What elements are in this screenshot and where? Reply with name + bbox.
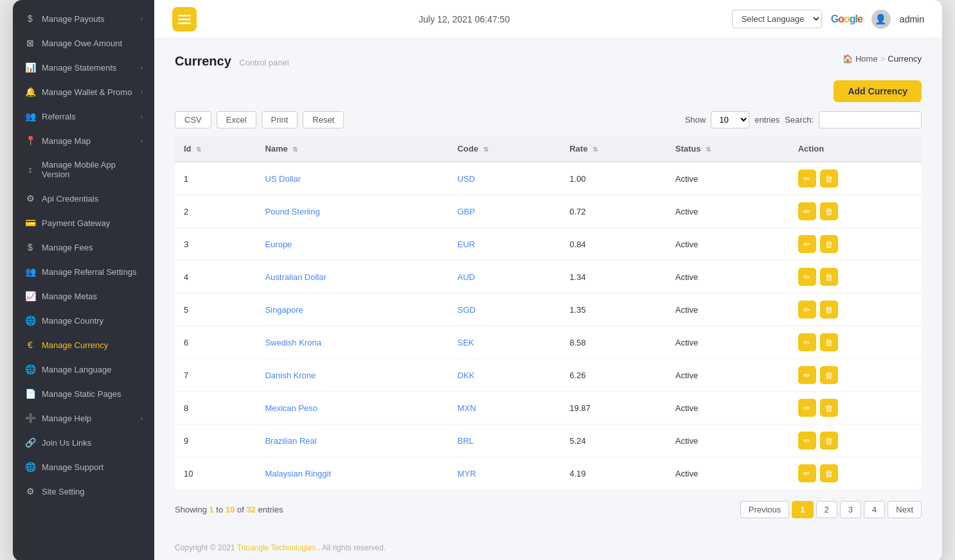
- cell-rate: 8.58: [560, 326, 666, 359]
- delete-button[interactable]: 🗑: [820, 202, 838, 220]
- delete-button[interactable]: 🗑: [820, 366, 838, 384]
- delete-button[interactable]: 🗑: [820, 464, 838, 482]
- svg-rect-2: [178, 22, 191, 24]
- sidebar-label-manage-referral-settings: Manage Referral Settings: [42, 267, 143, 277]
- currency-table: Id ⇅ Name ⇅ Code ⇅ Rate ⇅ Status ⇅ Actio…: [175, 136, 922, 489]
- sidebar-item-manage-owe-amount[interactable]: ⊠ Manage Owe Amount: [13, 31, 154, 55]
- sidebar-icon-manage-currency: €: [24, 340, 36, 350]
- entries-select[interactable]: 10 25 50 100: [711, 111, 749, 128]
- avatar: 👤: [871, 10, 891, 29]
- table-row: 2 Pound Sterling GBP 0.72 Active ✏ 🗑: [175, 195, 922, 228]
- delete-button[interactable]: 🗑: [820, 432, 838, 450]
- cell-id: 6: [175, 326, 256, 359]
- sidebar-item-payment-gateway[interactable]: 💳 Payment Gateway: [13, 211, 154, 235]
- breadcrumb-home[interactable]: Home: [855, 54, 878, 64]
- showing-label: Showing: [175, 505, 209, 514]
- page-button-2[interactable]: 2: [816, 501, 837, 518]
- edit-button[interactable]: ✏: [798, 235, 816, 253]
- csv-button[interactable]: CSV: [175, 111, 211, 128]
- cell-status: Active: [666, 228, 789, 261]
- print-button[interactable]: Print: [262, 111, 298, 128]
- sidebar-item-manage-support[interactable]: 🌐 Manage Support: [13, 455, 154, 479]
- edit-button[interactable]: ✏: [798, 333, 816, 351]
- sidebar-item-manage-mobile-app[interactable]: ↕ Manage Mobile App Version: [13, 153, 154, 186]
- edit-button[interactable]: ✏: [798, 366, 816, 384]
- sidebar-arrow-manage-help: ›: [141, 415, 143, 422]
- sidebar-icon-manage-wallet-promo: 🔔: [24, 87, 36, 97]
- edit-button[interactable]: ✏: [798, 301, 816, 319]
- sidebar-item-manage-fees[interactable]: $ Manage Fees: [13, 235, 154, 259]
- table-row: 8 Mexican Peso MXN 19.87 Active ✏ 🗑: [175, 392, 922, 424]
- sidebar-label-join-us-links: Join Us Links: [42, 438, 143, 448]
- search-input[interactable]: [819, 111, 922, 128]
- sidebar-icon-join-us-links: 🔗: [24, 437, 36, 448]
- next-page-button[interactable]: Next: [888, 501, 922, 518]
- edit-button[interactable]: ✏: [798, 268, 816, 286]
- footer: Copyright © 2021 Trioangle Technologies …: [154, 534, 942, 560]
- sidebar-icon-manage-statements: 📊: [24, 62, 36, 73]
- breadcrumb-row: Currency Control panel 🏠 Home > Currency: [175, 54, 922, 69]
- sidebar-label-manage-language: Manage Language: [42, 365, 143, 374]
- page-title: Currency: [175, 54, 231, 68]
- edit-button[interactable]: ✏: [798, 464, 816, 482]
- cell-rate: 0.84: [560, 228, 666, 261]
- sidebar-item-site-setting[interactable]: ⚙ Site Setting: [13, 479, 154, 503]
- sidebar-item-manage-language[interactable]: 🌐 Manage Language: [13, 357, 154, 381]
- cell-status: Active: [666, 293, 789, 326]
- svg-rect-0: [178, 15, 191, 17]
- delete-button[interactable]: 🗑: [820, 333, 838, 351]
- delete-button[interactable]: 🗑: [820, 170, 838, 188]
- sidebar-item-manage-map[interactable]: 📍 Manage Map ›: [13, 128, 154, 153]
- footer-rights: . All rights reserved.: [318, 543, 386, 552]
- prev-page-button[interactable]: Previous: [740, 501, 790, 518]
- page-button-4[interactable]: 4: [864, 501, 885, 518]
- sidebar-item-api-credentials[interactable]: ⚙ Api Credentials: [13, 186, 154, 211]
- sidebar-item-manage-referral-settings[interactable]: 👥 Manage Referral Settings: [13, 259, 154, 284]
- delete-button[interactable]: 🗑: [820, 268, 838, 286]
- sidebar-icon-manage-country: 🌐: [24, 315, 36, 326]
- sidebar-item-join-us-links[interactable]: 🔗 Join Us Links: [13, 430, 154, 455]
- excel-button[interactable]: Excel: [217, 111, 256, 128]
- sidebar-label-manage-map: Manage Map: [42, 136, 135, 146]
- sidebar-item-referrals[interactable]: 👥 Referrals ›: [13, 104, 154, 128]
- menu-button[interactable]: [172, 7, 197, 31]
- sidebar-item-manage-static-pages[interactable]: 📄 Manage Static Pages: [13, 381, 154, 406]
- edit-button[interactable]: ✏: [798, 170, 816, 188]
- cell-code: USD: [449, 162, 560, 195]
- table-row: 4 Australian Dollar AUD 1.34 Active ✏ 🗑: [175, 261, 922, 293]
- cell-action: ✏ 🗑: [789, 424, 922, 457]
- edit-button[interactable]: ✏: [798, 202, 816, 220]
- sidebar-item-manage-payouts[interactable]: $ Manage Payouts ›: [13, 6, 154, 31]
- table-row: 9 Brazilian Real BRL 5.24 Active ✏ 🗑: [175, 424, 922, 457]
- delete-button[interactable]: 🗑: [820, 399, 838, 417]
- cell-code: DKK: [449, 359, 560, 392]
- page-button-1[interactable]: 1: [792, 501, 813, 518]
- cell-id: 5: [175, 293, 256, 326]
- language-select[interactable]: Select Language: [732, 10, 822, 28]
- sidebar-icon-manage-static-pages: 📄: [24, 389, 36, 399]
- reset-button[interactable]: Reset: [303, 111, 344, 128]
- col-status: Status ⇅: [666, 136, 789, 162]
- delete-button[interactable]: 🗑: [820, 301, 838, 319]
- cell-name: Singapore: [256, 293, 448, 326]
- breadcrumb: 🏠 Home > Currency: [843, 54, 922, 64]
- cell-status: Active: [666, 162, 789, 195]
- topbar-right: Select Language Google 👤 admin: [732, 10, 924, 29]
- sidebar-item-manage-wallet-promo[interactable]: 🔔 Manage Wallet & Promo ›: [13, 80, 154, 104]
- delete-button[interactable]: 🗑: [820, 235, 838, 253]
- edit-button[interactable]: ✏: [798, 432, 816, 450]
- table-row: 3 Europe EUR 0.84 Active ✏ 🗑: [175, 228, 922, 261]
- sidebar-icon-manage-language: 🌐: [24, 364, 36, 374]
- cell-id: 2: [175, 195, 256, 228]
- sidebar-item-manage-currency[interactable]: € Manage Currency: [13, 333, 154, 357]
- add-currency-button[interactable]: Add Currency: [834, 80, 922, 102]
- sidebar-item-manage-country[interactable]: 🌐 Manage Country: [13, 308, 154, 333]
- sidebar-item-manage-help[interactable]: ➕ Manage Help ›: [13, 406, 154, 430]
- edit-button[interactable]: ✏: [798, 399, 816, 417]
- footer-company[interactable]: Trioangle Technologies: [237, 543, 316, 552]
- page-button-3[interactable]: 3: [840, 501, 861, 518]
- sidebar-item-manage-metas[interactable]: 📈 Manage Metas: [13, 284, 154, 308]
- sidebar-item-manage-statements[interactable]: 📊 Manage Statements ›: [13, 55, 154, 80]
- page-subtitle: Control panel: [239, 58, 289, 67]
- cell-rate: 1.35: [560, 293, 666, 326]
